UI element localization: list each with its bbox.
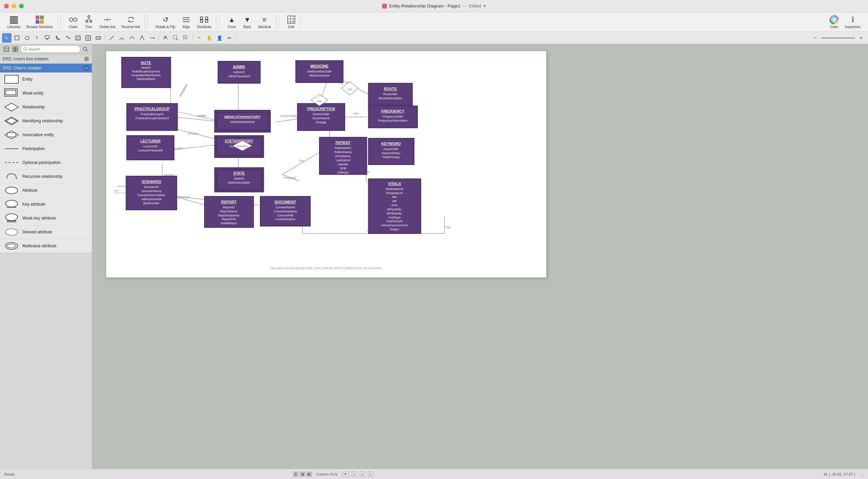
- inspectors-button[interactable]: ℹ Inspectors: [842, 14, 863, 30]
- back-button[interactable]: ▼ Back: [240, 14, 255, 30]
- select-tool[interactable]: ↖: [2, 33, 12, 43]
- chain-group: Chain Tree: [64, 14, 145, 30]
- zoom-minus-button[interactable]: −: [810, 33, 820, 43]
- maximize-button[interactable]: [19, 4, 24, 8]
- view-mode-3[interactable]: ▪: [368, 472, 373, 477]
- select-area-tool[interactable]: [181, 33, 191, 43]
- palette-item-recursive-rel[interactable]: Recursive relationship: [0, 170, 92, 184]
- minimize-button[interactable]: [12, 4, 16, 8]
- reverse-link-icon: [126, 15, 136, 24]
- svg-rect-37: [15, 36, 19, 40]
- hand-tool[interactable]: ✋: [204, 33, 214, 43]
- browse-solutions-button[interactable]: Browse Solutions: [24, 14, 55, 30]
- ellipse-tool[interactable]: [22, 33, 32, 43]
- tree-button[interactable]: Tree: [81, 14, 96, 30]
- front-button[interactable]: ▲ Front: [224, 14, 239, 30]
- panel-grid-icon[interactable]: [12, 45, 19, 53]
- palette-item-optional-participation[interactable]: Optional participation: [0, 156, 92, 170]
- palette-item-attribute[interactable]: Attribute: [0, 184, 92, 197]
- diagram-canvas[interactable]: completes enters Is prescribed has: [106, 51, 547, 278]
- zoom-plus-button[interactable]: +: [856, 33, 866, 43]
- palette-item-weak-entity[interactable]: Weak entity: [0, 86, 92, 100]
- palette-item-key-attribute[interactable]: Key attribute: [0, 197, 92, 211]
- svg-point-12: [88, 16, 90, 18]
- view-mode-2[interactable]: ▪: [360, 472, 365, 477]
- zoom-in-rect-tool[interactable]: [171, 33, 180, 43]
- inspectors-icon: ℹ: [848, 15, 857, 24]
- svg-text:DOB: DOB: [340, 167, 346, 170]
- next-page-button[interactable]: ▶: [307, 472, 312, 477]
- svg-text:enters: enters: [198, 114, 206, 118]
- text-tool[interactable]: T: [33, 33, 42, 43]
- library-close-crowfoot[interactable]: ✕: [84, 56, 89, 62]
- bezier-tool[interactable]: [127, 33, 137, 43]
- library-header-chen[interactable]: ERD, Chen's notation ✕: [0, 64, 92, 72]
- svg-text:NOTE: NOTE: [141, 61, 151, 65]
- canvas-area[interactable]: completes enters Is prescribed has: [92, 44, 868, 469]
- weak-key-attribute-shape: [4, 213, 19, 223]
- svg-rect-5: [40, 16, 44, 19]
- libraries-button[interactable]: Libraries: [5, 14, 23, 30]
- line-tool[interactable]: [107, 33, 116, 43]
- align-button[interactable]: Align: [179, 14, 194, 30]
- svg-text:NoteDatetime: NoteDatetime: [137, 77, 155, 81]
- view-mode-1[interactable]: ▪: [352, 472, 357, 477]
- svg-rect-73: [7, 133, 16, 137]
- palette-item-participation[interactable]: Participation: [0, 142, 92, 156]
- phone-tool[interactable]: [53, 33, 62, 43]
- svg-text:KEYWORD: KEYWORD: [381, 142, 401, 146]
- curve-edit-tool[interactable]: [161, 33, 170, 43]
- svg-rect-63: [13, 49, 15, 51]
- back-icon: ▼: [242, 15, 252, 24]
- panel-header: [0, 44, 92, 55]
- close-button[interactable]: [4, 4, 9, 8]
- chain-button[interactable]: Chain: [66, 14, 81, 30]
- svg-text:REPORT: REPORT: [221, 200, 237, 204]
- prev-page-button[interactable]: ◀: [300, 472, 305, 477]
- svg-line-56: [176, 38, 178, 40]
- svg-point-17: [90, 20, 92, 22]
- svg-rect-57: [183, 36, 187, 39]
- rotate-flip-button[interactable]: ↺ Rotate & Flip: [153, 14, 178, 30]
- multi-step-tool[interactable]: [73, 33, 83, 43]
- panel-list-icon[interactable]: [3, 45, 10, 53]
- search-input[interactable]: [28, 47, 77, 51]
- grid2-tool[interactable]: [83, 33, 93, 43]
- pen-tool[interactable]: ✏: [225, 33, 234, 43]
- palette-item-assoc-entity[interactable]: Associative entity: [0, 128, 92, 142]
- zoom-out-button[interactable]: −: [194, 33, 204, 43]
- palette-item-multivalue-attribute[interactable]: Multivalue attribute: [0, 239, 92, 253]
- library-header-crowfoot[interactable]: ERD, crow's foot notation ✕: [0, 55, 92, 63]
- palette-item-relationship[interactable]: Relationship: [0, 100, 92, 114]
- delete-link-button[interactable]: Delete link: [97, 14, 118, 30]
- color-button[interactable]: Color: [827, 14, 842, 30]
- zoom-mode-btn[interactable]: ▾: [342, 472, 349, 477]
- person-tool[interactable]: 👤: [215, 33, 224, 43]
- callout-tool[interactable]: [43, 33, 52, 43]
- svg-line-235: [861, 474, 863, 477]
- window-controls[interactable]: [4, 4, 24, 8]
- h-line-tool[interactable]: [147, 33, 157, 43]
- palette-item-weak-key-attribute[interactable]: Weak key attribute: [0, 211, 92, 225]
- palette-item-derived-attribute[interactable]: Derived attribute: [0, 225, 92, 239]
- zoom-slider[interactable]: [821, 37, 855, 39]
- svg-line-236: [862, 476, 863, 477]
- svg-line-66: [26, 50, 27, 51]
- svg-text:KeywordDesc: KeywordDesc: [382, 151, 401, 155]
- v-line-tool[interactable]: [137, 33, 147, 43]
- library-close-chen[interactable]: ✕: [84, 65, 89, 71]
- arc-tool[interactable]: [117, 33, 126, 43]
- search-submit-icon[interactable]: [82, 45, 89, 53]
- pause-button[interactable]: ⏸: [293, 472, 298, 477]
- rect-tool[interactable]: [12, 33, 22, 43]
- distribute-button[interactable]: Distribute: [194, 14, 214, 30]
- coordinates-text: M: [ -45.81, 97.07 ]: [824, 472, 855, 476]
- grid-button[interactable]: Grid: [284, 14, 299, 30]
- palette-item-entity[interactable]: Entity: [0, 72, 92, 86]
- identical-button[interactable]: ≡ Identical: [255, 14, 273, 30]
- palette-item-identifying-rel[interactable]: Identifying relationship: [0, 114, 92, 128]
- reverse-link-button[interactable]: Reverse link: [119, 14, 143, 30]
- step-tool[interactable]: [63, 33, 73, 43]
- svg-text:activates: activates: [237, 145, 248, 148]
- process-tool[interactable]: [94, 33, 103, 43]
